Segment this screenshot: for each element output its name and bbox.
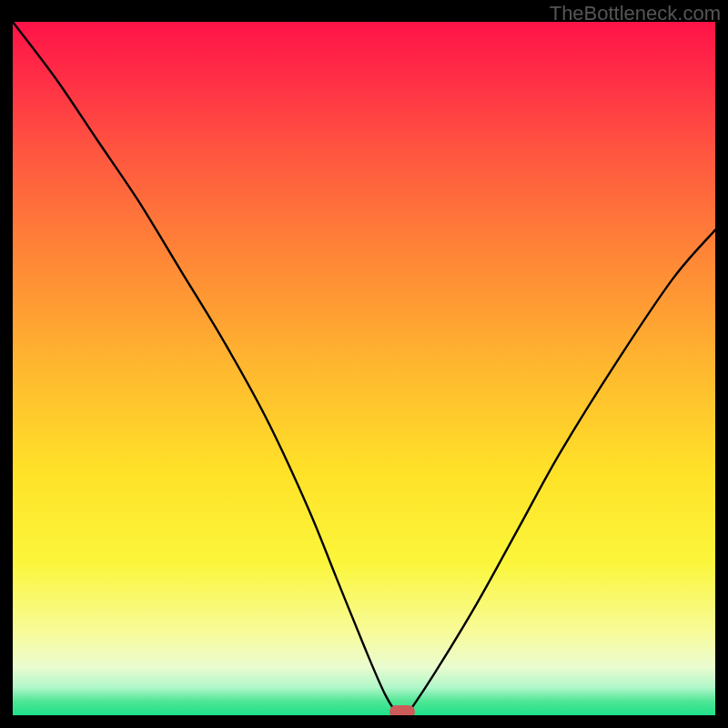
chart-line-svg	[13, 22, 715, 715]
bottleneck-curve-path	[13, 22, 715, 715]
optimal-point-marker	[389, 705, 415, 715]
chart-plot-area	[13, 22, 715, 715]
watermark-text: TheBottleneck.com	[550, 2, 721, 25]
